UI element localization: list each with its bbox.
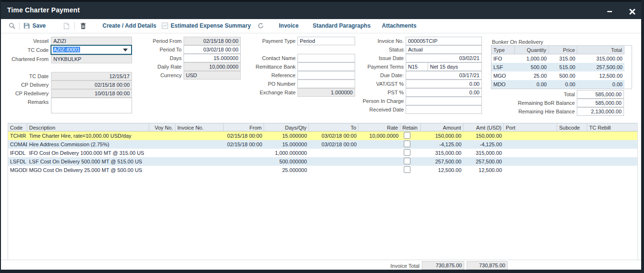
bunker-price: 500.00 <box>549 71 577 80</box>
period-from-label: Period From <box>139 37 182 45</box>
estimated-expense-summary-button[interactable]: Estimated Expense Summary <box>162 19 251 32</box>
cell-to <box>309 166 358 174</box>
reference-field[interactable] <box>297 71 355 80</box>
bunker-price: 515.00 <box>549 63 577 71</box>
po-number-label: PO Number <box>248 80 296 88</box>
cell-tc-rebill <box>587 166 642 174</box>
cell-days-qty: 500.000000 <box>264 157 309 166</box>
tc-code-combobox[interactable]: AZIZ-I0001 <box>51 45 132 55</box>
create-add-details-button[interactable]: Create / Add Details <box>102 19 156 32</box>
vat-gst-field[interactable]: 0.00 <box>406 80 482 88</box>
pst-field[interactable]: 0.00 <box>406 88 482 97</box>
remarks-field[interactable] <box>51 98 132 113</box>
standard-paragraphs-button[interactable]: Standard Paragraphs <box>313 19 370 32</box>
cell-amount: 12,500.00 <box>421 166 463 174</box>
pst-label: PST % <box>351 88 404 97</box>
status-field[interactable]: Actual <box>406 45 482 54</box>
issue-date-field[interactable]: 03/02/21 <box>406 54 482 62</box>
days-field[interactable]: 15.000000 <box>184 54 241 62</box>
table-row[interactable]: TCHIR Time Charter Hire, rate=10,000.00 … <box>8 131 642 140</box>
bunker-total: 12,500.00 <box>577 71 624 80</box>
cell-amount: 315,000.00 <box>421 149 463 157</box>
attachments-button[interactable]: Attachments <box>382 19 417 32</box>
person-in-charge-label: Person In Charge <box>351 97 404 105</box>
invoice-no-label: Invoice No. <box>351 37 404 45</box>
payment-terms-label: Payment Terms <box>351 62 404 71</box>
tc-date-field: 12/15/17 <box>51 72 132 81</box>
line-items-grid: Code Description Voy No. Invoice No. Fro… <box>8 123 642 260</box>
remittance-bank-label: Remittance Bank <box>248 62 296 71</box>
payment-terms-code-field[interactable]: N15 <box>406 62 428 71</box>
person-in-charge-field[interactable] <box>406 97 482 105</box>
save-icon <box>23 22 30 29</box>
bunker-row: LSF 500.00 515.00 257,500.00 <box>491 63 624 71</box>
cell-port <box>504 166 557 174</box>
po-number-field[interactable] <box>297 80 355 88</box>
cell-amt-usd: -4,125.00 <box>463 140 504 149</box>
col-description: Description <box>27 123 149 131</box>
period-to-field[interactable]: 03/02/18 00:00 <box>184 45 241 54</box>
cell-port <box>504 149 557 157</box>
search-icon <box>9 22 16 30</box>
cell-tc-rebill <box>587 140 642 149</box>
cell-voy-no <box>149 131 175 140</box>
dropdown-arrow-icon[interactable] <box>123 49 128 51</box>
invoice-button[interactable]: Invoice <box>279 19 298 32</box>
bunker-type: IFO <box>491 54 515 63</box>
cell-description: LSF Cost On Delivery 500.000 MT @ 515.00… <box>27 157 149 166</box>
delete-button[interactable] <box>80 19 86 32</box>
table-row[interactable]: LSFDL LSF Cost On Delivery 500.000 MT @ … <box>8 157 642 166</box>
contact-name-field[interactable] <box>297 54 355 62</box>
invoice-total-usd-field: 730,875.00 <box>467 261 508 270</box>
tc-code-label: TC Code <box>5 46 49 54</box>
table-row[interactable]: MGODL MGO Cost On Delivery 25.000 MT @ 5… <box>8 166 642 174</box>
tc-date-label: TC Date <box>5 72 49 81</box>
invoice-no-field[interactable]: 000005TCIP <box>406 37 482 45</box>
payment-type-field[interactable]: Period <box>297 37 355 45</box>
cell-description: Hire Address Commission (2.75%) <box>27 140 149 149</box>
time-charter-payment-window: Time Charter Payment Save Create / Add D… <box>0 0 644 273</box>
payment-terms-description-field[interactable]: Net 15 days <box>428 62 482 71</box>
cell-from <box>224 166 264 174</box>
bunker-row: IFO 1,000.00 315.00 315,000.00 <box>491 54 624 63</box>
due-date-field[interactable]: 03/17/21 <box>406 71 482 80</box>
retain-checkbox[interactable] <box>404 141 410 147</box>
cell-description: MGO Cost On Delivery 25.000 MT @ 500.00 … <box>27 166 149 174</box>
minimize-button[interactable] <box>606 8 613 15</box>
search-button[interactable] <box>9 19 16 32</box>
cell-subcode <box>557 166 587 174</box>
cp-redelivery-field: 10/01/18 00:00 <box>51 89 132 98</box>
bunker-total: 257,500.00 <box>577 63 624 71</box>
refresh-button[interactable] <box>257 19 264 32</box>
retain-checkbox[interactable] <box>404 149 410 156</box>
cell-voy-no <box>149 140 175 149</box>
retain-checkbox[interactable] <box>404 166 410 173</box>
grid-scrollbar-track[interactable] <box>637 123 642 260</box>
cell-rate: 10,000.0000 <box>358 131 400 140</box>
table-row[interactable]: COMAD Hire Address Commission (2.75%) 02… <box>8 140 642 149</box>
cell-subcode <box>557 157 587 166</box>
delete-icon <box>80 22 86 30</box>
toolbar-separator <box>19 22 20 30</box>
cell-to <box>309 149 358 157</box>
bunker-price: 315.00 <box>549 54 577 63</box>
cell-days-qty: 25.000000 <box>264 166 309 174</box>
close-button[interactable] <box>628 8 636 15</box>
bunker-row: MDO 0.00 0.00 0.00 <box>491 80 624 89</box>
col-from: From <box>224 123 264 131</box>
received-date-field[interactable] <box>406 105 482 114</box>
bunker-col-price: Price <box>549 46 577 54</box>
table-row[interactable]: IFODL IFO Cost On Delivery 1000.000 MT @… <box>8 149 642 157</box>
save-button[interactable]: Save <box>23 19 46 32</box>
cell-subcode <box>557 140 587 149</box>
exchange-rate-label: Exchange Rate <box>248 88 296 97</box>
new-document-button[interactable] <box>63 19 70 32</box>
bunker-type: MDO <box>491 80 515 89</box>
remittance-bank-field[interactable] <box>297 62 355 71</box>
retain-checkbox[interactable] <box>404 158 410 164</box>
col-retain: Retain <box>400 123 421 131</box>
retain-checkbox[interactable] <box>404 132 410 139</box>
cell-code: TCHIR <box>8 131 27 140</box>
save-label: Save <box>32 22 46 29</box>
col-days-qty: Days/Qty <box>264 123 309 131</box>
